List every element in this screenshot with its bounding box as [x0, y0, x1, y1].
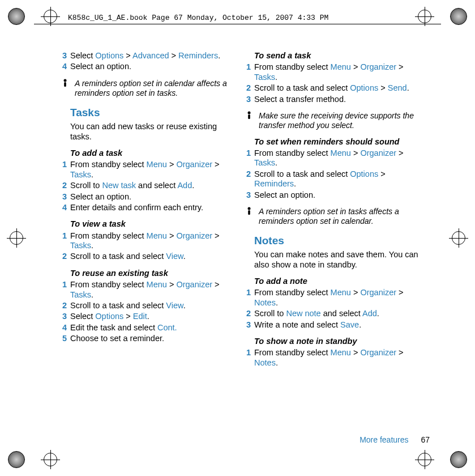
footer-page-number: 67: [421, 435, 430, 444]
list-item: 2 Scroll to New note and select Add.: [246, 309, 419, 318]
list-item: 1 From standby select Menu > Organizer >…: [62, 280, 235, 300]
svg-point-4: [248, 207, 251, 210]
crop-mark-bl-circle: [8, 451, 25, 468]
crop-mark-ml-cross: [7, 228, 26, 248]
note-callout: Make sure the receiving device supports …: [246, 111, 419, 130]
section-notes-body: You can make notes and save them. You ca…: [254, 250, 419, 270]
section-notes-title: Notes: [254, 235, 419, 248]
list-item: 1 From standby select Menu > Organizer >…: [246, 348, 419, 368]
svg-point-2: [248, 111, 251, 114]
note-text: A reminders option set in calendar affec…: [75, 79, 235, 98]
header-divider: [34, 24, 441, 24]
crop-mark-mr-cross: [449, 228, 468, 248]
list-item: 2 Scroll to a task and select Options > …: [246, 83, 419, 93]
subheading-reminders: To set when reminders should sound: [254, 137, 419, 147]
list-item: 1 From standby select Menu > Organizer >…: [62, 160, 235, 180]
svg-rect-3: [248, 114, 250, 119]
crop-mark-tl-circle: [8, 8, 25, 25]
crop-mark-tr-circle: [450, 8, 467, 25]
note-text: A reminders option set in tasks affects …: [259, 207, 419, 226]
list-item: 3 Select an option.: [62, 192, 235, 202]
list-item: 1 From standby select Menu > Organizer >…: [246, 288, 419, 308]
list-item: 4 Select an option.: [62, 62, 235, 71]
step-number: 3: [62, 51, 70, 61]
step-text: Select Options > Advanced > Reminders.: [70, 51, 235, 61]
subheading-view-task: To view a task: [70, 219, 235, 229]
svg-rect-1: [64, 82, 66, 87]
list-item: 2 Scroll to New task and select Add.: [62, 181, 235, 190]
list-item: 4 Enter details and confirm each entry.: [62, 203, 235, 212]
list-item: 1 From standby select Menu > Organizer >…: [62, 231, 235, 251]
list-item: 1 From standby select Menu > Organizer >…: [246, 148, 419, 168]
list-item: 4 Edit the task and select Cont.: [62, 323, 235, 333]
crop-mark-bl-cross: [41, 450, 60, 469]
info-icon: [62, 79, 75, 98]
subheading-add-note: To add a note: [254, 277, 419, 286]
info-icon: [246, 111, 259, 130]
subheading-add-task: To add a task: [70, 148, 235, 158]
step-number: 4: [62, 62, 70, 71]
left-column: 3 Select Options > Advanced > Reminders.…: [62, 51, 235, 369]
list-item: 5 Choose to set a reminder.: [62, 334, 235, 343]
list-item: 3 Select a transfer method.: [246, 95, 419, 104]
section-tasks-body: You can add new tasks or reuse existing …: [70, 122, 235, 142]
list-item: 2 Scroll to a task and select View.: [62, 252, 235, 261]
svg-rect-5: [248, 210, 250, 215]
subheading-show-note: To show a note in standby: [254, 337, 419, 346]
crop-mark-tr-cross: [415, 7, 434, 26]
list-item: 3 Select an option.: [246, 190, 419, 200]
note-callout: A reminders option set in calendar affec…: [62, 79, 235, 98]
note-text: Make sure the receiving device supports …: [259, 111, 419, 130]
svg-point-0: [64, 79, 67, 82]
list-item: 3 Select Options > Edit.: [62, 312, 235, 321]
page-footer: More features 67: [360, 435, 430, 444]
subheading-reuse-task: To reuse an existing task: [70, 269, 235, 278]
crop-mark-br-cross: [415, 450, 434, 469]
section-tasks-title: Tasks: [70, 107, 235, 120]
crop-mark-br-circle: [450, 451, 467, 468]
list-item: 3 Write a note and select Save.: [246, 320, 419, 330]
page-content: 3 Select Options > Advanced > Reminders.…: [62, 51, 441, 369]
right-column: To send a task 1 From standby select Men…: [246, 51, 419, 369]
step-text: Select an option.: [70, 62, 235, 71]
list-item: 2 Scroll to a task and select View.: [62, 301, 235, 311]
crop-mark-tl-cross: [41, 7, 60, 26]
list-item: 3 Select Options > Advanced > Reminders.: [62, 51, 235, 61]
subheading-send-task: To send a task: [254, 51, 419, 61]
list-item: 1 From standby select Menu > Organizer >…: [246, 62, 419, 82]
info-icon: [246, 207, 259, 226]
header-filename: K858c_UG_1_AE.book Page 67 Monday, Octob…: [68, 14, 328, 22]
list-item: 2 Scroll to a task and select Options > …: [246, 169, 419, 189]
footer-section-label: More features: [360, 435, 408, 444]
note-callout: A reminders option set in tasks affects …: [246, 207, 419, 226]
